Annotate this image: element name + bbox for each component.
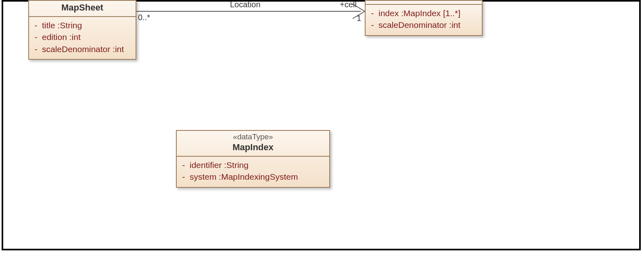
visibility-marker: -	[369, 19, 376, 31]
attribute-text: title :String	[42, 19, 82, 31]
visibility-marker: -	[369, 7, 376, 19]
attribute-row: - title :String	[32, 19, 132, 31]
attribute-text: scaleDenominator :int	[378, 19, 460, 31]
class-right[interactable]: - index :MapIndex [1..*] - scaleDenomina…	[365, 0, 483, 36]
class-mapindex-body: - identifier :String - system :MapIndexi…	[177, 157, 329, 187]
visibility-marker: -	[32, 31, 40, 43]
multiplicity-left: 0..*	[138, 13, 150, 22]
class-mapsheet[interactable]: MapSheet - title :String - edition :int …	[28, 0, 136, 60]
stereotype-label: «dataType»	[179, 132, 327, 141]
association-role: +cell	[340, 0, 357, 9]
class-mapsheet-title: MapSheet	[29, 1, 136, 17]
attribute-text: index :MapIndex [1..*]	[378, 7, 460, 19]
visibility-marker: -	[32, 43, 40, 55]
attribute-row: - scaleDenominator :int	[369, 19, 479, 31]
visibility-marker: -	[180, 171, 187, 183]
attribute-text: identifier :String	[190, 159, 249, 171]
association-line	[136, 11, 361, 12]
visibility-marker: -	[32, 19, 40, 31]
attribute-row: - index :MapIndex [1..*]	[369, 7, 479, 19]
multiplicity-right: 1	[357, 14, 361, 23]
attribute-row: - scaleDenominator :int	[32, 43, 132, 55]
attribute-text: edition :int	[42, 31, 81, 43]
attribute-row: - system :MapIndexingSystem	[180, 171, 326, 183]
class-right-body: - index :MapIndex [1..*] - scaleDenomina…	[366, 5, 482, 35]
class-mapindex-title: MapIndex	[232, 142, 273, 152]
attribute-text: system :MapIndexingSystem	[190, 171, 298, 183]
class-mapindex-header: «dataType» MapIndex	[177, 131, 329, 157]
class-mapsheet-body: - title :String - edition :int - scaleDe…	[29, 17, 136, 59]
attribute-text: scaleDenominator :int	[42, 43, 124, 55]
attribute-row: - identifier :String	[180, 159, 326, 171]
class-right-header-cropped	[366, 1, 482, 5]
visibility-marker: -	[180, 159, 187, 171]
attribute-row: - edition :int	[32, 31, 132, 43]
association-name: Location	[230, 0, 261, 9]
class-mapindex[interactable]: «dataType» MapIndex - identifier :String…	[176, 130, 330, 188]
